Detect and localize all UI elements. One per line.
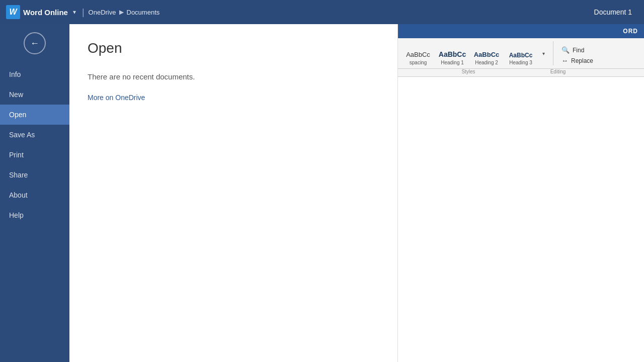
breadcrumb-arrow-icon: ▶ — [119, 9, 124, 16]
styles-section-label: Styles — [403, 69, 534, 74]
logo-separator: | — [82, 7, 85, 18]
sidebar-item-share[interactable]: Share — [0, 165, 69, 185]
main-layout: ← Info New Open Save As Print Share Abou… — [0, 24, 644, 362]
find-icon: 🔍 — [561, 46, 570, 54]
ribbon-overlay: ORD AaBbCc spacing AaBbCc Heading 1 — [397, 24, 644, 362]
find-button[interactable]: 🔍 Find — [559, 45, 595, 55]
document-title: Document 1 — [594, 8, 632, 16]
breadcrumb-documents[interactable]: Documents — [127, 9, 160, 16]
breadcrumb-onedrive[interactable]: OneDrive — [89, 9, 116, 16]
ribbon-section-labels: Styles Editing — [398, 69, 644, 77]
ribbon-header: ORD — [398, 24, 644, 38]
style-spacing[interactable]: AaBbCc spacing — [403, 51, 433, 65]
sidebar-item-print[interactable]: Print — [0, 145, 69, 165]
style-heading3-preview: AaBbCc — [509, 52, 533, 59]
editing-group: 🔍 Find ↔ Replace — [559, 45, 595, 65]
style-heading2-label: Heading 2 — [475, 60, 498, 65]
editing-section-label: Editing — [538, 69, 578, 74]
breadcrumb: OneDrive ▶ Documents — [89, 9, 160, 16]
sidebar-item-open[interactable]: Open — [0, 105, 69, 125]
app-name: Word Online — [23, 8, 68, 17]
word-icon: W — [6, 5, 20, 19]
replace-button[interactable]: ↔ Replace — [559, 56, 595, 65]
sidebar-item-about[interactable]: About — [0, 185, 69, 205]
content-area: Open There are no recent documents. More… — [69, 24, 644, 362]
app-dropdown-button[interactable]: ▾ — [71, 8, 78, 17]
style-heading1-label: Heading 1 — [441, 60, 464, 65]
ribbon-toolbar: AaBbCc spacing AaBbCc Heading 1 AaBbCc H… — [398, 38, 644, 69]
style-heading1-preview: AaBbCc — [439, 50, 466, 59]
more-on-onedrive-link[interactable]: More on OneDrive — [88, 94, 145, 102]
back-icon: ← — [30, 38, 39, 49]
sidebar-item-save-as[interactable]: Save As — [0, 125, 69, 145]
style-heading3[interactable]: AaBbCc Heading 3 — [506, 52, 536, 65]
document-body — [398, 77, 644, 362]
word-logo-area: W Word Online ▾ — [6, 5, 78, 19]
sidebar: ← Info New Open Save As Print Share Abou… — [0, 24, 69, 362]
sidebar-item-info[interactable]: Info — [0, 64, 69, 84]
sidebar-item-help[interactable]: Help — [0, 205, 69, 225]
back-button[interactable]: ← — [24, 32, 46, 54]
sidebar-item-new[interactable]: New — [0, 84, 69, 105]
style-heading2-preview: AaBbCc — [474, 51, 500, 59]
replace-icon: ↔ — [561, 57, 568, 64]
top-bar: W Word Online ▾ | OneDrive ▶ Documents D… — [0, 0, 644, 24]
open-panel: Open There are no recent documents. More… — [69, 24, 644, 362]
styles-dropdown-button[interactable]: ▾ — [540, 50, 547, 57]
replace-label: Replace — [571, 57, 593, 64]
style-heading3-label: Heading 3 — [509, 60, 532, 65]
style-heading1[interactable]: AaBbCc Heading 1 — [437, 50, 467, 65]
style-heading2[interactable]: AaBbCc Heading 2 — [471, 51, 502, 65]
find-label: Find — [573, 47, 584, 54]
word-ribbon-label: ORD — [623, 28, 638, 35]
style-spacing-preview: AaBbCc — [406, 51, 430, 59]
style-spacing-label: spacing — [410, 60, 427, 65]
ribbon-divider — [553, 41, 553, 65]
